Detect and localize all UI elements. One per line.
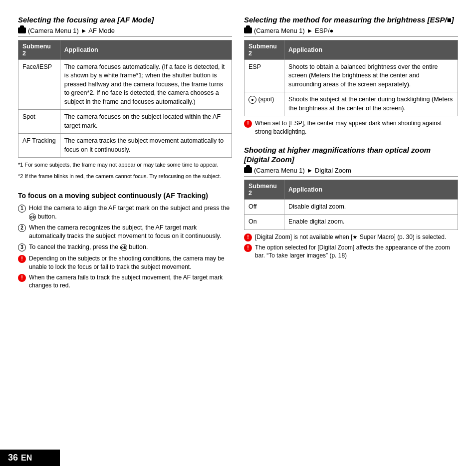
dz-row2-desc: Enable digital zoom. <box>284 215 458 230</box>
af-row2-label: Spot <box>18 110 60 134</box>
dz-row1-desc: Disable digital zoom. <box>284 199 458 215</box>
right-column: Selecting the method for measuring the b… <box>244 15 458 461</box>
af-mode-nav-text: (Camera Menu 1) ► AF Mode <box>28 27 115 34</box>
step-num-1: 1 <box>18 205 26 213</box>
af-row1-desc: The camera focuses automatically. (If a … <box>60 59 232 110</box>
camera-icon <box>18 27 26 33</box>
dz-table-col1: Submenu 2 <box>244 180 284 199</box>
step-3-text: To cancel the tracking, press the ok but… <box>29 243 148 252</box>
warning-icon-4: ! <box>244 234 252 241</box>
af-row3-desc: The camera tracks the subject movement a… <box>60 134 232 158</box>
esp-row1-label: ESP <box>244 59 284 92</box>
warning-1: ! Depending on the subjects or the shoot… <box>18 254 232 271</box>
table-row: ESP Shoots to obtain a balanced brightne… <box>244 59 458 92</box>
esp-nav-text: (Camera Menu 1) ► ESP/● <box>254 27 333 34</box>
warning-1-text: Depending on the subjects or the shootin… <box>29 254 232 271</box>
footnote-1: *1 For some subjects, the frame may not … <box>18 161 232 169</box>
warning-2-text: When the camera fails to track the subje… <box>29 273 232 290</box>
footnote-1-text: *1 For some subjects, the frame may not … <box>18 162 219 168</box>
digital-zoom-title: Shooting at higher magnifications than o… <box>244 145 458 165</box>
warning-icon-1: ! <box>18 255 26 263</box>
esp-title: Selecting the method for measuring the b… <box>244 15 458 25</box>
af-mode-section: Selecting the focusing area [AF Mode] (C… <box>18 15 232 183</box>
warning-icon-2: ! <box>18 274 26 282</box>
esp-row2-label: ● (spot) <box>244 92 284 116</box>
dz-warning-2: ! The option selected for [Digital Zoom]… <box>244 243 458 260</box>
esp-table-col1: Submenu 2 <box>244 40 284 59</box>
af-row2-desc: The camera focuses on the subject locate… <box>60 110 232 134</box>
digital-zoom-nav-text: (Camera Menu 1) ► Digital Zoom <box>254 167 351 174</box>
step-3: 3 To cancel the tracking, press the ok b… <box>18 243 232 252</box>
table-row: Face/iESP The camera focuses automatical… <box>18 59 232 110</box>
step-1: 1 Hold the camera to align the AF target… <box>18 204 232 222</box>
dz-warning-1-text: [Digital Zoom] is not available when [★ … <box>255 233 446 241</box>
warning-icon-3: ! <box>244 120 252 128</box>
af-table-col2: Application <box>60 40 232 59</box>
page-number: 36 <box>8 453 18 463</box>
af-tracking-title: To focus on a moving subject continuousl… <box>18 191 232 201</box>
step-2-text: When the camera recognizes the subject, … <box>29 224 232 241</box>
digital-zoom-table: Submenu 2 Application Off Disable digita… <box>244 180 458 230</box>
af-row1-label: Face/iESP <box>18 59 60 110</box>
esp-warning: ! When set to [ESP], the center may appe… <box>244 119 458 136</box>
esp-warning-text: When set to [ESP], the center may appear… <box>255 119 458 136</box>
ok-button-icon-2: ok <box>120 244 127 251</box>
camera-icon-2 <box>244 27 252 33</box>
esp-nav: (Camera Menu 1) ► ESP/● <box>244 27 458 37</box>
digital-zoom-nav: (Camera Menu 1) ► Digital Zoom <box>244 167 458 177</box>
footnote-2-text: *2 If the frame blinks in red, the camer… <box>18 173 221 179</box>
footnote-2: *2 If the frame blinks in red, the camer… <box>18 172 232 181</box>
table-row: Off Disable digital zoom. <box>244 199 458 215</box>
lang-label: EN <box>21 454 32 463</box>
esp-table: Submenu 2 Application ESP Shoots to obta… <box>244 40 458 117</box>
table-row: Spot The camera focuses on the subject l… <box>18 110 232 134</box>
table-row: On Enable digital zoom. <box>244 215 458 230</box>
camera-icon-3 <box>244 167 252 173</box>
af-tracking-steps: 1 Hold the camera to align the AF target… <box>18 204 232 252</box>
af-mode-table: Submenu 2 Application Face/iESP The came… <box>18 40 232 158</box>
table-row: ● (spot) Shoots the subject at the cente… <box>244 92 458 116</box>
step-num-2: 2 <box>18 224 26 232</box>
table-row: AF Tracking The camera tracks the subjec… <box>18 134 232 158</box>
esp-row1-desc: Shoots to obtain a balanced brightness o… <box>284 59 458 92</box>
af-table-col1: Submenu 2 <box>18 40 60 59</box>
step-1-text: Hold the camera to align the AF target m… <box>29 204 232 222</box>
esp-section: Selecting the method for measuring the b… <box>244 15 458 138</box>
dz-warning-1: ! [Digital Zoom] is not available when [… <box>244 233 458 241</box>
esp-table-col2: Application <box>284 40 458 59</box>
ok-button-icon: ok <box>29 214 36 221</box>
step-num-3: 3 <box>18 243 26 251</box>
af-tracking-section: To focus on a moving subject continuousl… <box>18 187 232 292</box>
dz-warning-2-text: The option selected for [Digital Zoom] a… <box>255 243 458 260</box>
warning-icon-5: ! <box>244 244 252 252</box>
warning-2: ! When the camera fails to track the sub… <box>18 273 232 290</box>
step-2: 2 When the camera recognizes the subject… <box>18 224 232 241</box>
digital-zoom-section: Shooting at higher magnifications than o… <box>244 145 458 262</box>
af-row3-label: AF Tracking <box>18 134 60 158</box>
af-mode-nav: (Camera Menu 1) ► AF Mode <box>18 27 232 37</box>
esp-row2-desc: Shoots the subject at the center during … <box>284 92 458 116</box>
left-column: Selecting the focusing area [AF Mode] (C… <box>18 15 232 461</box>
spot-icon: ● <box>248 96 256 104</box>
page-footer: 36 EN <box>0 450 60 466</box>
dz-table-col2: Application <box>284 180 458 199</box>
dz-row2-label: On <box>244 215 284 230</box>
af-mode-title: Selecting the focusing area [AF Mode] <box>18 15 232 25</box>
dz-row1-label: Off <box>244 199 284 215</box>
